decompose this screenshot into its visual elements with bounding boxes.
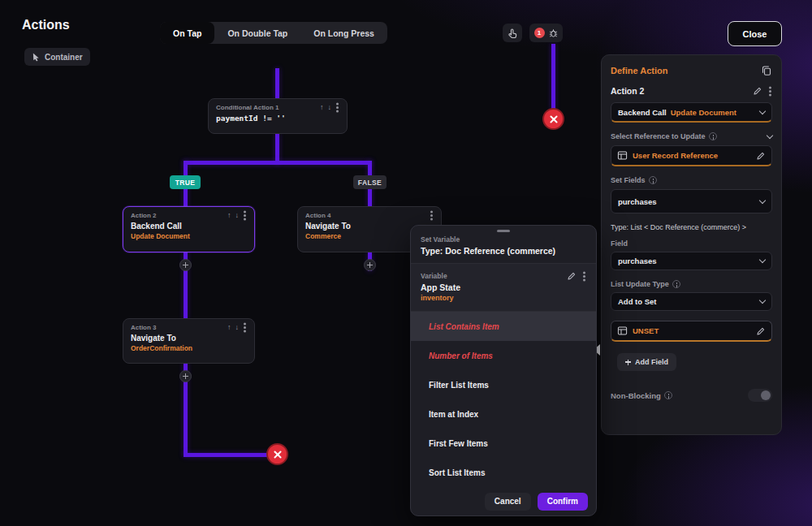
variable-card[interactable]: Variable App State inventory (411, 263, 596, 312)
action3-node[interactable]: Action 3 ↑ ↓ Navigate To OrderConfirmati… (123, 318, 255, 364)
kebab-menu-icon[interactable] (769, 90, 771, 93)
action-type-value: Backend Call (618, 108, 667, 117)
action-type-dropdown[interactable]: Backend Call Update Document (611, 102, 772, 123)
connector-topright (551, 44, 555, 110)
end-flow-button[interactable] (542, 108, 564, 130)
connector-end-horizontal (184, 453, 279, 457)
field-type-info: Type: List < Doc Reference (commerce) > (611, 223, 772, 231)
kebab-menu-icon[interactable] (244, 214, 246, 217)
kebab-menu-icon[interactable] (244, 326, 246, 329)
table-icon (617, 326, 628, 336)
plus-icon (183, 373, 188, 379)
fields-dropdown-value: purchases (618, 197, 657, 206)
option-list-contains-item[interactable]: List Contains Item (411, 312, 596, 341)
tab-on-long-press[interactable]: On Long Press (300, 22, 387, 44)
field-label: Field (611, 239, 628, 248)
info-icon (672, 280, 680, 288)
reference-label: Select Reference to Update (611, 132, 706, 140)
info-icon (664, 391, 672, 399)
cancel-button[interactable]: Cancel (485, 493, 531, 511)
edit-pencil-icon[interactable] (567, 271, 577, 281)
set-variable-popup: Set Variable Type: Doc Reference (commer… (410, 225, 597, 516)
close-x-icon (273, 450, 283, 459)
unset-value-field[interactable]: UNSET (611, 321, 772, 342)
popup-title: Type: Doc Reference (commerce) (421, 246, 586, 256)
selected-element-label: Container (45, 53, 83, 62)
condition-expression: paymentId != '' (216, 114, 339, 123)
move-up-icon[interactable]: ↑ (227, 324, 231, 331)
add-action-button[interactable] (179, 259, 192, 271)
gesture-button[interactable] (503, 24, 522, 42)
node-action-detail: Update Document (131, 232, 247, 240)
gesture-icon (507, 28, 518, 39)
add-action-button[interactable] (179, 370, 192, 382)
edit-pencil-icon[interactable] (756, 326, 766, 336)
panel-title: Define Action (611, 66, 668, 75)
chevron-down-icon (759, 297, 766, 304)
close-x-icon (549, 114, 559, 124)
page-title: Actions (22, 18, 70, 32)
option-item-at-index[interactable]: Item at Index (411, 399, 596, 429)
info-icon (649, 176, 657, 184)
chevron-down-icon (759, 107, 766, 114)
debug-button[interactable]: 1 (529, 24, 563, 42)
chevron-down-icon (759, 257, 766, 263)
unset-value: UNSET (633, 326, 751, 335)
edit-pencil-icon[interactable] (756, 151, 766, 161)
option-sort-list-items[interactable]: Sort List Items (411, 458, 596, 487)
add-field-button[interactable]: Add Field (617, 353, 676, 371)
tab-on-double-tap[interactable]: On Double Tap (214, 22, 300, 44)
option-number-of-items[interactable]: Number of Items (411, 341, 596, 370)
selected-element-chip[interactable]: Container (24, 48, 90, 66)
reference-value: User Record Reference (633, 151, 751, 160)
collapse-chevron-icon[interactable] (767, 132, 773, 138)
conditional-action-node[interactable]: Conditional Action 1 ↑ ↓ paymentId != '' (208, 98, 348, 134)
field-dropdown[interactable]: purchases (611, 252, 772, 270)
true-branch-badge: TRUE (170, 175, 201, 189)
option-first-few-items[interactable]: First Few Items (411, 429, 596, 458)
action2-node[interactable]: Action 2 ↑ ↓ Backend Call Update Documen… (123, 206, 255, 252)
node-action-type: Navigate To (131, 334, 247, 343)
list-update-label: List Update Type (611, 280, 669, 288)
list-update-value: Add to Set (618, 297, 657, 306)
kebab-menu-icon[interactable] (336, 106, 339, 109)
variable-scope: App State (421, 282, 586, 292)
table-icon (617, 150, 628, 161)
tab-on-tap[interactable]: On Tap (160, 22, 214, 44)
node-title: Conditional Action 1 (216, 104, 279, 111)
toggle-knob (761, 390, 771, 400)
move-down-icon[interactable]: ↓ (328, 104, 332, 111)
confirm-button[interactable]: Confirm (538, 493, 588, 511)
copy-icon[interactable] (761, 65, 772, 76)
node-title: Action 2 (131, 212, 157, 219)
reference-field[interactable]: User Record Reference (611, 145, 772, 166)
list-update-dropdown[interactable]: Add to Set (611, 292, 772, 311)
kebab-menu-icon[interactable] (430, 214, 433, 217)
non-blocking-toggle[interactable] (748, 389, 772, 402)
edit-pencil-icon[interactable] (753, 86, 762, 96)
kebab-menu-icon[interactable] (583, 275, 585, 278)
move-up-icon[interactable]: ↑ (320, 104, 324, 111)
connector-branch-horizontal (184, 161, 372, 165)
cursor-icon (32, 52, 41, 62)
fields-dropdown[interactable]: purchases (611, 189, 772, 213)
move-up-icon[interactable]: ↑ (227, 212, 231, 219)
error-count-badge: 1 (534, 28, 545, 38)
bug-icon (548, 28, 559, 38)
move-down-icon[interactable]: ↓ (235, 212, 240, 219)
add-action-button[interactable] (364, 259, 376, 271)
info-icon (709, 132, 717, 140)
option-filter-list-items[interactable]: Filter List Items (411, 370, 596, 399)
panel-action-name: Action 2 (611, 86, 644, 96)
popup-kicker: Set Variable (421, 235, 586, 244)
non-blocking-label: Non-Blocking (611, 391, 661, 400)
variable-label: Variable (421, 272, 447, 280)
node-title: Action 4 (305, 212, 331, 219)
move-down-icon[interactable]: ↓ (235, 324, 240, 331)
end-flow-button[interactable] (266, 443, 288, 465)
node-action-type: Backend Call (131, 222, 247, 231)
add-field-label: Add Field (635, 358, 668, 366)
connector-cond-out (275, 133, 279, 164)
plus-icon (367, 262, 373, 268)
close-button[interactable]: Close (728, 21, 782, 46)
